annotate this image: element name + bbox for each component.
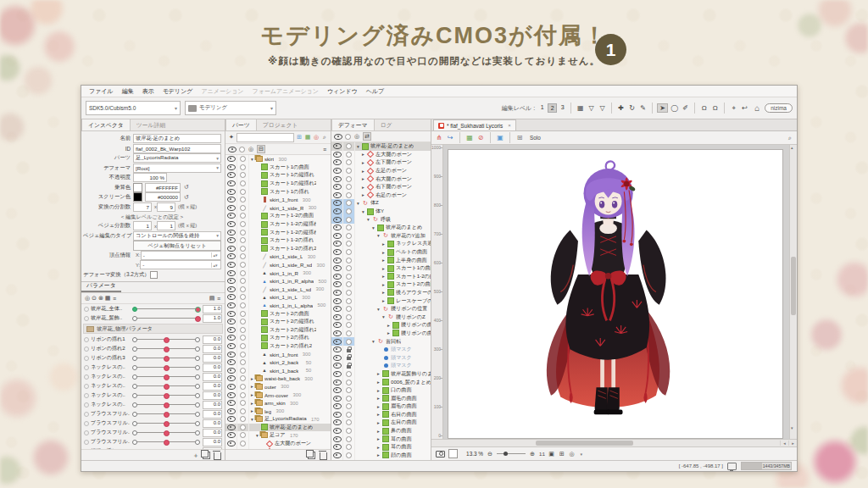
lock-circle-icon[interactable]: [346, 192, 352, 198]
grid-icon[interactable]: ⊞: [515, 134, 524, 141]
visibility-eye-icon[interactable]: [227, 400, 236, 406]
tree-node-label[interactable]: skirt_1_side_L_sd: [270, 286, 311, 292]
tree-node-label[interactable]: skirt_2_back: [270, 359, 298, 365]
slider-handle[interactable]: [164, 393, 170, 399]
tree-row[interactable]: 輪郭の曲面: [331, 459, 431, 460]
tree-node-label[interactable]: ネックレス共通揺れ: [396, 240, 431, 247]
menu-item[interactable]: モデリング: [159, 87, 198, 96]
parameter-value-input[interactable]: 1.0: [203, 314, 222, 323]
lock-circle-icon[interactable]: [240, 384, 246, 390]
auto-mesh-icon[interactable]: ▽: [587, 104, 596, 112]
visibility-eye-icon[interactable]: [333, 233, 342, 239]
tree-row[interactable]: 彼岸花のまとめ: [331, 224, 431, 232]
visibility-eye-icon[interactable]: [333, 168, 342, 174]
tree-node-label[interactable]: スカート1-2の曲面: [270, 212, 314, 219]
arrow-select-tool-icon[interactable]: ➤: [657, 103, 668, 113]
fit-view-icon[interactable]: ▣: [496, 134, 504, 141]
lock-circle-icon[interactable]: [346, 159, 352, 165]
canvas-background-swatch[interactable]: [448, 449, 458, 458]
tree-node-label[interactable]: 頭マスク: [391, 346, 412, 353]
lock-circle-icon[interactable]: [346, 403, 352, 409]
visibility-eye-icon[interactable]: [333, 314, 342, 320]
lock-icon[interactable]: [347, 357, 351, 360]
tree-node-label[interactable]: skirt_1_front: [270, 352, 298, 358]
slider-handle[interactable]: [164, 337, 170, 343]
toggle-lock-icon[interactable]: [239, 147, 245, 152]
visibility-eye-icon[interactable]: [227, 189, 236, 195]
fit-canvas-icon[interactable]: ▣: [548, 451, 555, 458]
toggle-lock-icon[interactable]: [345, 134, 351, 140]
sep[interactable]: [652, 103, 653, 114]
manual-mesh-icon[interactable]: ▽: [598, 104, 607, 112]
tree-row[interactable]: 腰リボンの曲面: [331, 321, 431, 330]
tree-row[interactable]: skirt_2_back 50: [225, 358, 331, 367]
param-panel-icon[interactable]: ▤: [209, 295, 215, 302]
lock-circle-icon[interactable]: [346, 412, 352, 418]
tree-node-label[interactable]: 輪郭の曲面: [391, 459, 417, 460]
lock-circle-icon[interactable]: [240, 197, 246, 202]
delete-part-icon[interactable]: [320, 452, 327, 460]
deformer-convert-checkbox[interactable]: [150, 271, 158, 279]
parameter-row[interactable]: リボンの揺れ1 0.0: [81, 335, 225, 344]
id-input[interactable]: flaf_0002_Bk_Warp102: [133, 144, 221, 153]
tree-row[interactable]: 左足のボーン: [331, 167, 431, 175]
visibility-eye-icon[interactable]: [227, 319, 236, 324]
tree-node-label[interactable]: スカート1の縦揺れ: [270, 171, 314, 179]
tree-row[interactable]: 後ろアウターの曲面: [331, 289, 431, 297]
name-input[interactable]: 彼岸花-足のまとめ: [133, 134, 221, 143]
tree-row[interactable]: 左下腿のボーン: [331, 158, 431, 167]
visibility-eye-icon[interactable]: [333, 452, 342, 458]
slider-handle[interactable]: [164, 365, 170, 371]
slider-handle[interactable]: [164, 347, 170, 352]
tree-row[interactable]: スカート1-2の揺れ2: [225, 245, 331, 253]
visibility-eye-icon[interactable]: [333, 258, 342, 263]
lock-icon[interactable]: [347, 349, 351, 352]
tree-node-label[interactable]: 耳の曲面: [391, 435, 412, 443]
parameter-slider[interactable]: [132, 336, 200, 342]
scroll-right-icon[interactable]: ▸: [788, 441, 797, 446]
tree-row[interactable]: 頭マスク: [331, 353, 431, 362]
lock-circle-icon[interactable]: [240, 319, 246, 324]
tree-row[interactable]: 右大腿のボーン: [331, 175, 431, 183]
tree-row[interactable]: 左目の曲面: [331, 419, 431, 427]
tree-node-label[interactable]: 足コア: [270, 431, 286, 439]
visibility-eye-icon[interactable]: [333, 249, 342, 255]
lock-circle-icon[interactable]: [346, 419, 352, 425]
lock-circle-icon[interactable]: [346, 200, 352, 206]
visibility-eye-icon[interactable]: [333, 176, 342, 182]
parameter-slider[interactable]: [132, 383, 200, 389]
tree-node-label[interactable]: leg: [264, 408, 271, 414]
tree-row[interactable]: leg 300: [225, 407, 331, 415]
parameter-row[interactable]: ブラウスフリル.. 0.0: [81, 419, 225, 428]
pin-tool-icon[interactable]: ⌖: [729, 104, 738, 113]
visibility-eye-icon[interactable]: [333, 347, 342, 352]
tab-parts[interactable]: パーツ: [225, 119, 257, 130]
tree-row[interactable]: skirt_1_back 50: [225, 366, 331, 374]
lock-circle-icon[interactable]: [346, 233, 352, 239]
visibility-eye-icon[interactable]: [333, 217, 342, 223]
tree-node-label[interactable]: skirt_1_in_R: [270, 270, 298, 276]
lock-circle-icon[interactable]: [346, 298, 352, 304]
visibility-eye-icon[interactable]: [333, 387, 342, 393]
lock-circle-icon[interactable]: [240, 172, 246, 178]
canvas-viewport[interactable]: 10009008007006005004003002001000: [431, 145, 797, 439]
lock-icon[interactable]: [347, 365, 351, 369]
lock-circle-icon[interactable]: [346, 152, 352, 158]
parameter-value-input[interactable]: 0.0: [203, 363, 222, 372]
undo-stroke-icon[interactable]: ↩: [740, 104, 749, 112]
lock-circle-icon[interactable]: [240, 441, 246, 446]
tree-node-label[interactable]: skirt_1_side_L: [270, 253, 303, 259]
tab-tool-detail[interactable]: ツール詳細: [131, 119, 171, 130]
tree-row[interactable]: 右目の曲面: [331, 411, 431, 419]
param-menu-icon[interactable]: ≡: [215, 296, 222, 302]
tree-node-label[interactable]: レースケープの曲面: [396, 297, 431, 305]
visibility-eye-icon[interactable]: [333, 419, 342, 425]
tree-row[interactable]: スカート1-2の揺れ: [225, 236, 331, 245]
parameter-slider[interactable]: [132, 355, 200, 361]
blend-mode-toggle-icon[interactable]: ▾: [581, 452, 583, 457]
tree-node-label[interactable]: 眉毛の曲面: [391, 395, 417, 402]
tree-row[interactable]: 耳の曲面: [331, 435, 431, 443]
bezier-x-input[interactable]: 1: [133, 221, 152, 230]
tree-node-label[interactable]: 体Z: [370, 199, 379, 207]
slider-handle[interactable]: [195, 307, 201, 313]
